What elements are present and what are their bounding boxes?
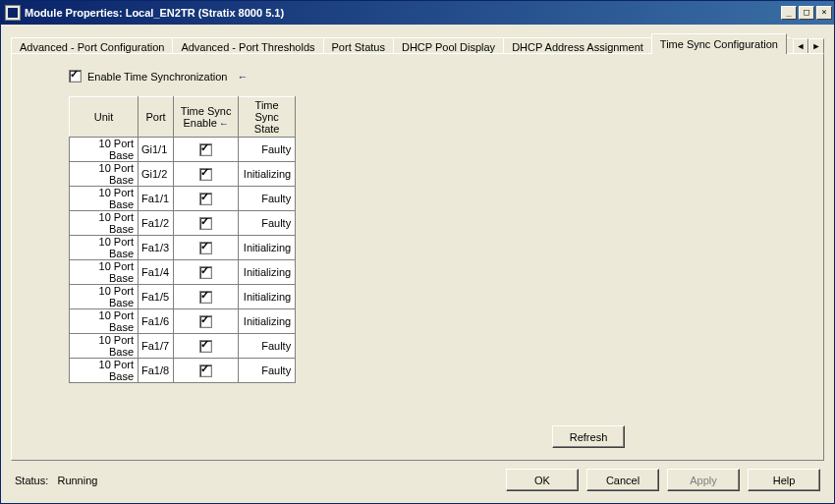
table-row: 10 Port BaseFa1/8Faulty bbox=[70, 359, 296, 383]
tab-dhcp-address-assignment[interactable]: DHCP Address Assignment bbox=[503, 37, 652, 54]
maximize-button[interactable]: □ bbox=[799, 6, 814, 20]
tab-scroll-left-icon[interactable]: ◄ bbox=[793, 38, 808, 54]
row-enable-checkbox[interactable] bbox=[199, 193, 212, 205]
enable-time-sync-checkbox[interactable] bbox=[69, 70, 82, 83]
tab-scroll-right-icon[interactable]: ► bbox=[808, 38, 824, 54]
tab-port-status[interactable]: Port Status bbox=[323, 37, 394, 54]
refresh-button[interactable]: Refresh bbox=[552, 425, 625, 448]
tab-dhcp-pool-display[interactable]: DHCP Pool Display bbox=[393, 37, 504, 54]
cell-state: Faulty bbox=[239, 334, 296, 359]
cancel-button[interactable]: Cancel bbox=[586, 469, 659, 491]
cell-unit: 10 Port Base bbox=[70, 334, 139, 359]
enable-time-sync-label: Enable Time Synchronization bbox=[87, 71, 227, 83]
row-enable-checkbox[interactable] bbox=[199, 143, 212, 156]
cell-port: Fa1/8 bbox=[139, 359, 174, 383]
cell-state: Initializing bbox=[239, 260, 296, 285]
tab-advanced-port-thresholds[interactable]: Advanced - Port Thresholds bbox=[172, 37, 323, 54]
status-value: Running bbox=[57, 475, 97, 486]
cell-enable bbox=[174, 211, 239, 236]
cell-unit: 10 Port Base bbox=[70, 138, 139, 162]
col-header-port[interactable]: Port bbox=[139, 97, 174, 138]
col-header-state-label: Time Sync State bbox=[254, 99, 280, 135]
tab-advanced-port-configuration[interactable]: Advanced - Port Configuration bbox=[11, 37, 173, 54]
row-enable-checkbox[interactable] bbox=[199, 217, 212, 230]
row-enable-checkbox[interactable] bbox=[199, 364, 212, 377]
apply-button[interactable]: Apply bbox=[667, 469, 740, 491]
cell-unit: 10 Port Base bbox=[70, 285, 139, 309]
col-header-state[interactable]: Time Sync State bbox=[239, 97, 296, 138]
help-button[interactable]: Help bbox=[748, 469, 820, 491]
cell-state: Initializing bbox=[239, 236, 296, 260]
window: Module Properties: Local_EN2TR (Stratix … bbox=[0, 0, 835, 504]
window-title: Module Properties: Local_EN2TR (Stratix … bbox=[25, 7, 284, 19]
cell-enable bbox=[174, 236, 239, 260]
col-header-unit[interactable]: Unit bbox=[70, 97, 139, 138]
dialog-footer: Status: Running OK Cancel Apply Help bbox=[1, 461, 834, 503]
cell-enable bbox=[174, 359, 239, 383]
ok-button[interactable]: OK bbox=[506, 469, 579, 491]
cell-unit: 10 Port Base bbox=[70, 260, 139, 285]
cell-enable bbox=[174, 138, 239, 162]
status-label: Status: bbox=[15, 475, 48, 486]
cell-state: Initializing bbox=[239, 309, 296, 334]
table-row: 10 Port BaseGi1/1Faulty bbox=[70, 138, 296, 162]
table-row: 10 Port BaseGi1/2Initializing bbox=[70, 162, 296, 187]
tab-panel-time-sync: Enable Time Synchronization ← Unit Port … bbox=[11, 53, 824, 461]
row-enable-checkbox[interactable] bbox=[199, 340, 212, 353]
status-bar: Status: Running bbox=[15, 475, 496, 486]
cell-unit: 10 Port Base bbox=[70, 309, 139, 334]
table-row: 10 Port BaseFa1/2Faulty bbox=[70, 211, 296, 236]
cell-port: Gi1/1 bbox=[139, 138, 174, 162]
cell-port: Fa1/2 bbox=[139, 211, 174, 236]
table-row: 10 Port BaseFa1/1Faulty bbox=[70, 187, 296, 211]
nav-arrow-icon[interactable]: ← bbox=[219, 118, 229, 129]
cell-enable bbox=[174, 309, 239, 334]
row-enable-checkbox[interactable] bbox=[199, 315, 212, 328]
table-row: 10 Port BaseFa1/5Initializing bbox=[70, 285, 296, 309]
row-enable-checkbox[interactable] bbox=[199, 266, 212, 279]
time-sync-table: Unit Port Time Sync Enable← Time Sync St… bbox=[69, 96, 296, 383]
cell-port: Fa1/5 bbox=[139, 285, 174, 309]
cell-enable bbox=[174, 334, 239, 359]
cell-port: Fa1/7 bbox=[139, 334, 174, 359]
cell-port: Gi1/2 bbox=[139, 162, 174, 187]
cell-enable bbox=[174, 162, 239, 187]
nav-arrow-icon[interactable]: ← bbox=[237, 71, 248, 83]
row-enable-checkbox[interactable] bbox=[199, 291, 212, 304]
col-header-enable[interactable]: Time Sync Enable← bbox=[174, 97, 239, 138]
cell-state: Initializing bbox=[239, 162, 296, 187]
table-row: 10 Port BaseFa1/3Initializing bbox=[70, 236, 296, 260]
cell-unit: 10 Port Base bbox=[70, 187, 139, 211]
cell-state: Faulty bbox=[239, 211, 296, 236]
cell-port: Fa1/4 bbox=[139, 260, 174, 285]
row-enable-checkbox[interactable] bbox=[199, 242, 212, 254]
cell-unit: 10 Port Base bbox=[70, 359, 139, 383]
minimize-button[interactable]: _ bbox=[781, 6, 797, 20]
cell-port: Fa1/1 bbox=[139, 187, 174, 211]
cell-state: Faulty bbox=[239, 187, 296, 211]
cell-state: Initializing bbox=[239, 285, 296, 309]
client-area: Advanced - Port ConfigurationAdvanced - … bbox=[1, 25, 834, 461]
cell-enable bbox=[174, 187, 239, 211]
cell-enable bbox=[174, 285, 239, 309]
table-row: 10 Port BaseFa1/6Initializing bbox=[70, 309, 296, 334]
tab-time-sync-configuration[interactable]: Time Sync Configuration bbox=[651, 33, 787, 54]
cell-state: Faulty bbox=[239, 138, 296, 162]
cell-unit: 10 Port Base bbox=[70, 162, 139, 187]
cell-port: Fa1/3 bbox=[139, 236, 174, 260]
table-row: 10 Port BaseFa1/4Initializing bbox=[70, 260, 296, 285]
cell-port: Fa1/6 bbox=[139, 309, 174, 334]
cell-enable bbox=[174, 260, 239, 285]
titlebar: Module Properties: Local_EN2TR (Stratix … bbox=[1, 1, 834, 25]
enable-time-sync-row: Enable Time Synchronization ← bbox=[69, 70, 806, 83]
cell-state: Faulty bbox=[239, 359, 296, 383]
system-menu-icon[interactable] bbox=[5, 5, 21, 21]
close-button[interactable]: × bbox=[816, 6, 832, 20]
cell-unit: 10 Port Base bbox=[70, 236, 139, 260]
tab-strip: Advanced - Port ConfigurationAdvanced - … bbox=[11, 32, 824, 54]
cell-unit: 10 Port Base bbox=[70, 211, 139, 236]
tab-scroll: ◄ ► bbox=[793, 38, 824, 54]
table-row: 10 Port BaseFa1/7Faulty bbox=[70, 334, 296, 359]
row-enable-checkbox[interactable] bbox=[199, 168, 212, 181]
